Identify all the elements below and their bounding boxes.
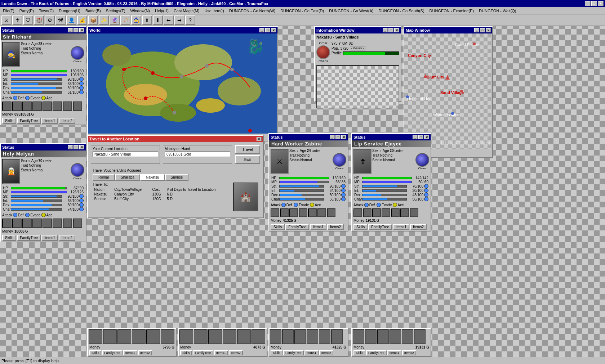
toolbar-btn-15[interactable]: ⬇ — [153, 15, 163, 25]
toolbar-btn-9[interactable]: 📦 — [88, 15, 98, 25]
menu-help[interactable]: Help(H) — [153, 8, 171, 14]
mini-familytree3[interactable]: FamilyTree — [283, 350, 304, 355]
world-map-content[interactable]: 🐉 ✦ — [88, 33, 277, 134]
world-minimize[interactable]: _ — [259, 28, 264, 32]
mini-items1-3[interactable]: Items1 — [304, 350, 319, 355]
status4-close[interactable]: ✕ — [424, 135, 429, 139]
toolbar-btn-13[interactable]: 🧙 — [131, 15, 141, 25]
status4-maximize[interactable]: □ — [418, 135, 423, 139]
mini-skills1[interactable]: Skills — [89, 350, 101, 355]
items1-btn4[interactable]: Items1 — [393, 224, 409, 230]
mini-items2-3[interactable]: Items2 — [319, 350, 333, 355]
info-minimize[interactable]: _ — [383, 28, 388, 32]
mini-familytree1[interactable]: FamilyTree — [102, 350, 123, 355]
maximize-btn[interactable]: □ — [591, 1, 597, 6]
skills-btn2[interactable]: Skills — [2, 235, 16, 241]
world-maximize[interactable]: □ — [265, 28, 270, 32]
family-tree-btn3[interactable]: FamilyTree — [285, 224, 309, 230]
menu-dungeon-east[interactable]: DUNGEON - Go East(D) — [278, 8, 326, 14]
map-maximize[interactable]: □ — [480, 28, 485, 32]
mini-familytree4[interactable]: FamilyTree — [366, 350, 387, 355]
toolbar-btn-11[interactable]: 🔮 — [110, 15, 120, 25]
travel-exit-btn[interactable]: Exit — [235, 155, 260, 164]
toolbar-btn-10[interactable]: ✨ — [99, 15, 109, 25]
toolbar-btn-17[interactable]: ➡ — [174, 15, 184, 25]
mini-items2-1[interactable]: Items2 — [138, 350, 152, 355]
items1-btn3[interactable]: Items1 — [310, 224, 326, 230]
status3-minimize[interactable]: _ — [330, 135, 335, 139]
menu-dungeon-north[interactable]: DUNGEON - Go North(W) — [227, 8, 277, 14]
menu-party[interactable]: Party(P) — [17, 8, 36, 14]
status3-maximize[interactable]: □ — [335, 135, 341, 139]
toolbar-btn-2[interactable]: 🗡 — [12, 15, 22, 25]
toolbar-btn-12[interactable]: 🏹 — [120, 15, 130, 25]
status2-minimize[interactable]: _ — [68, 145, 73, 149]
items1-btn2[interactable]: Items1 — [41, 235, 58, 241]
tab-romar[interactable]: Romar — [93, 174, 115, 181]
status1-maximize[interactable]: □ — [74, 28, 79, 32]
menu-window[interactable]: Window(N) — [128, 8, 152, 14]
mini-skills4[interactable]: Skills — [353, 350, 365, 355]
world-close[interactable]: ✕ — [271, 28, 276, 32]
menu-settings[interactable]: Settings(T) — [104, 8, 128, 14]
toolbar-btn-18[interactable]: ? — [185, 15, 195, 25]
tab-sunrise[interactable]: Sunrise — [165, 174, 189, 181]
status3-close[interactable]: ✕ — [341, 135, 346, 139]
toolbar-btn-6[interactable]: 🗺 — [55, 15, 66, 25]
travel-go-btn[interactable]: Travel — [235, 145, 260, 154]
skills-btn4[interactable]: Skills — [353, 224, 368, 230]
items2-btn2[interactable]: Items2 — [59, 235, 75, 241]
tab-nakatsu[interactable]: Nakatsu — [140, 174, 165, 181]
menu-dungeon[interactable]: Dungeon(U) — [57, 8, 83, 14]
status2-maximize[interactable]: □ — [74, 145, 79, 149]
toolbar-btn-1[interactable]: ⚔ — [1, 15, 12, 25]
toolbar-btn-3[interactable]: 🛡 — [23, 15, 33, 25]
toolbar-btn-16[interactable]: ⬅ — [164, 15, 174, 25]
family-tree-btn4[interactable]: FamilyTree — [368, 224, 392, 230]
mini-items1-2[interactable]: Items1 — [214, 350, 228, 355]
menu-town[interactable]: Town(C) — [37, 8, 56, 14]
menu-dungeon-west[interactable]: DUNGEON - Go West(A) — [327, 8, 375, 14]
toolbar-btn-5[interactable]: ⚙ — [45, 15, 55, 25]
menu-file[interactable]: File(F) — [1, 8, 17, 14]
items2-btn3[interactable]: Items2 — [327, 224, 344, 230]
menu-use-item[interactable]: Use Item(I) — [202, 8, 226, 14]
toolbar-btn-8[interactable]: 💰 — [77, 15, 87, 25]
travel-destination-row[interactable]: NakatsuCanyon City130G6 D — [93, 192, 230, 197]
menu-cast-magic[interactable]: Cast Magic(M) — [172, 8, 202, 14]
items2-btn1[interactable]: Items2 — [59, 118, 75, 124]
mini-skills3[interactable]: Skills — [271, 350, 283, 355]
items1-btn1[interactable]: Items1 — [41, 118, 58, 124]
mini-items2-4[interactable]: Items2 — [402, 350, 416, 355]
toolbar-btn-14[interactable]: ⬆ — [142, 15, 152, 25]
info-maximize[interactable]: □ — [388, 28, 393, 32]
toolbar-btn-7[interactable]: 👤 — [66, 15, 76, 25]
toolbar-btn-4[interactable]: 🏰 — [34, 15, 44, 25]
family-tree-btn1[interactable]: FamilyTree — [17, 118, 41, 124]
menu-dungeon-examine[interactable]: DUNGEON - Examine(E) — [427, 8, 476, 14]
menu-dungeon-south[interactable]: DUNGEON - Go South(S) — [376, 8, 426, 14]
family-tree-btn2[interactable]: FamilyTree — [17, 235, 41, 241]
status4-minimize[interactable]: _ — [413, 135, 418, 139]
mini-familytree2[interactable]: FamilyTree — [193, 350, 213, 355]
mini-items1-4[interactable]: Items1 — [387, 350, 401, 355]
travel-destination-row[interactable]: SunriseBluff City120G5 D — [93, 197, 230, 201]
menu-dungeon-wait[interactable]: DUNGEON - Wait(Q) — [477, 8, 518, 14]
map-close[interactable]: ✕ — [486, 28, 491, 32]
status1-minimize[interactable]: _ — [68, 28, 73, 32]
map-minimize[interactable]: _ — [474, 28, 479, 32]
info-gates-btn[interactable]: ‹ Gates › — [350, 46, 365, 50]
info-close[interactable]: ✕ — [394, 28, 399, 32]
status1-close[interactable]: ✕ — [79, 28, 84, 32]
status2-close[interactable]: ✕ — [79, 145, 84, 149]
mini-skills2[interactable]: Skills — [180, 350, 192, 355]
close-btn[interactable]: ✕ — [598, 1, 604, 6]
mini-items1-1[interactable]: Items1 — [123, 350, 137, 355]
tab-sharaba[interactable]: Sharaba — [115, 174, 140, 181]
menu-battle[interactable]: Battle(B) — [83, 8, 103, 14]
mini-items2-2[interactable]: Items2 — [229, 350, 243, 355]
items2-btn4[interactable]: Items2 — [410, 224, 427, 230]
skills-btn1[interactable]: Skills — [2, 118, 16, 124]
skills-btn3[interactable]: Skills — [271, 224, 285, 230]
minimize-btn[interactable]: _ — [585, 1, 591, 6]
